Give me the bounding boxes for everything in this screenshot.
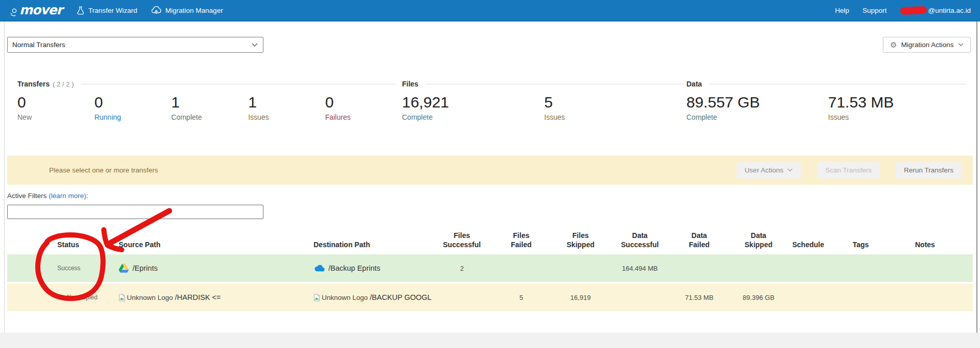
stats-group-files: Files 16,921 Complete 5 Issues xyxy=(402,79,686,121)
flask-icon xyxy=(76,6,85,15)
stat-new: 0 New xyxy=(17,93,94,121)
toolbar-row: Normal Transfers ⚙ Migration Actions xyxy=(7,37,971,53)
col-header-source-path: Source Path xyxy=(119,240,312,249)
divider xyxy=(709,84,967,84)
stats-group-data: Data 89.557 GB Complete 71.53 MB Issues xyxy=(686,79,973,121)
destination-path-cell[interactable]: /Backup Eprints xyxy=(312,264,432,272)
status-cell: No files copied xyxy=(7,294,119,301)
window-border-right xyxy=(976,21,977,348)
migration-actions-label: Migration Actions xyxy=(901,41,954,49)
stats-transfers-title: Transfers xyxy=(17,80,50,88)
col-header-data-successful: DataSuccessful xyxy=(610,231,670,249)
col-header-schedule: Schedule xyxy=(788,240,849,249)
divider xyxy=(81,84,396,84)
migration-actions-button[interactable]: ⚙ Migration Actions xyxy=(883,37,971,53)
stat-data-complete: 89.557 GB Complete xyxy=(686,93,828,121)
files-skipped-cell: 16,919 xyxy=(551,294,610,301)
destination-path-cell[interactable]: Unknown Logo /BACKUP GOOGL xyxy=(312,293,432,301)
nav-transfer-wizard[interactable]: Transfer Wizard xyxy=(76,6,138,15)
stat-files-complete: 16,921 Complete xyxy=(402,93,544,121)
files-successful-cell: 2 xyxy=(432,265,492,272)
col-header-notes: Notes xyxy=(911,240,973,249)
col-header-tags: Tags xyxy=(849,240,911,249)
transfer-type-select[interactable]: Normal Transfers xyxy=(7,37,263,53)
broken-image-icon xyxy=(314,294,320,301)
col-header-status: Status xyxy=(7,240,119,249)
broken-image-icon xyxy=(119,294,125,301)
stat-failures: 0 Failures xyxy=(325,93,402,121)
table-row-hardisk[interactable]: No files copied Unknown Logo /HARDISK <= xyxy=(7,284,973,311)
banner-message: Please select one or more transfers xyxy=(49,166,158,174)
nav-account[interactable]: @untirta.ac.id xyxy=(900,7,971,14)
mover-logo[interactable]: mover xyxy=(10,4,62,16)
table-header: Status Source Path Destination Path File… xyxy=(7,226,973,254)
learn-more-link[interactable]: (learn more) xyxy=(49,192,86,200)
redacted-username xyxy=(900,6,926,15)
cloud-upload-icon xyxy=(151,6,162,14)
nav-support[interactable]: Support xyxy=(862,7,886,14)
scan-transfers-button: Scan Transfers xyxy=(817,162,880,179)
stats-group-transfers: Transfers ( 2 / 2 ) 0 New 0 Running 1 Co… xyxy=(17,79,402,121)
source-path-cell[interactable]: /Eprints xyxy=(119,264,312,273)
logo-wordmark: mover xyxy=(19,4,62,16)
nav-help[interactable]: Help xyxy=(835,7,849,14)
stat-files-issues: 5 Issues xyxy=(544,93,686,121)
nav-migration-manager[interactable]: Migration Manager xyxy=(151,6,223,14)
rerun-transfers-button[interactable]: Rerun Transfers xyxy=(896,162,962,179)
col-header-data-skipped: DataSkipped xyxy=(729,231,788,249)
divider xyxy=(426,84,680,84)
logo-doodle-icon xyxy=(10,7,18,16)
data-successful-cell: 164.494 MB xyxy=(610,265,670,272)
stat-running: 0 Running xyxy=(94,93,171,121)
chevron-down-icon xyxy=(787,168,793,172)
col-header-files-successful: FilesSuccessful xyxy=(432,231,492,249)
nav-transfer-wizard-label: Transfer Wizard xyxy=(88,7,138,14)
selection-banner: Please select one or more transfers User… xyxy=(7,156,973,185)
stats-summary: Transfers ( 2 / 2 ) 0 New 0 Running 1 Co… xyxy=(0,79,980,121)
user-actions-button[interactable]: User Actions xyxy=(737,162,801,179)
col-header-files-skipped: FilesSkipped xyxy=(551,231,610,249)
gear-icon: ⚙ xyxy=(890,41,897,49)
top-navbar: mover Transfer Wizard Migration Manager … xyxy=(0,0,980,21)
nav-migration-manager-label: Migration Manager xyxy=(165,7,223,14)
account-domain: @untirta.ac.id xyxy=(928,7,971,14)
stat-complete: 1 Complete xyxy=(171,93,248,121)
chevron-down-icon xyxy=(252,43,258,47)
transfer-type-value: Normal Transfers xyxy=(12,41,65,49)
onedrive-icon xyxy=(314,265,325,272)
stats-data-title: Data xyxy=(686,80,702,88)
stats-files-title: Files xyxy=(402,80,418,88)
table-row-eprints[interactable]: Success /Eprints /Backup Eprints 2 164.4… xyxy=(7,254,973,282)
files-failed-cell: 5 xyxy=(492,294,551,301)
google-drive-icon xyxy=(119,264,129,273)
data-failed-cell: 71.53 MB xyxy=(670,294,729,301)
transfers-table: Status Source Path Destination Path File… xyxy=(7,226,973,311)
status-cell: Success xyxy=(7,265,119,272)
active-filters-label: Active Filters (learn more): xyxy=(7,192,973,200)
col-header-files-failed: FilesFailed xyxy=(492,231,551,249)
stat-data-issues: 71.53 MB Issues xyxy=(828,93,970,121)
chevron-down-icon xyxy=(958,43,964,47)
col-header-destination-path: Destination Path xyxy=(312,240,432,249)
stats-transfers-count: ( 2 / 2 ) xyxy=(53,80,74,88)
active-filters-input[interactable] xyxy=(7,205,263,219)
col-header-data-failed: DataFailed xyxy=(670,231,729,249)
source-path-cell[interactable]: Unknown Logo /HARDISK <= xyxy=(119,293,312,301)
window-border-left xyxy=(4,21,5,348)
stat-issues: 1 Issues xyxy=(248,93,325,121)
data-skipped-cell: 89.396 GB xyxy=(729,294,788,301)
bottom-band xyxy=(0,333,980,348)
